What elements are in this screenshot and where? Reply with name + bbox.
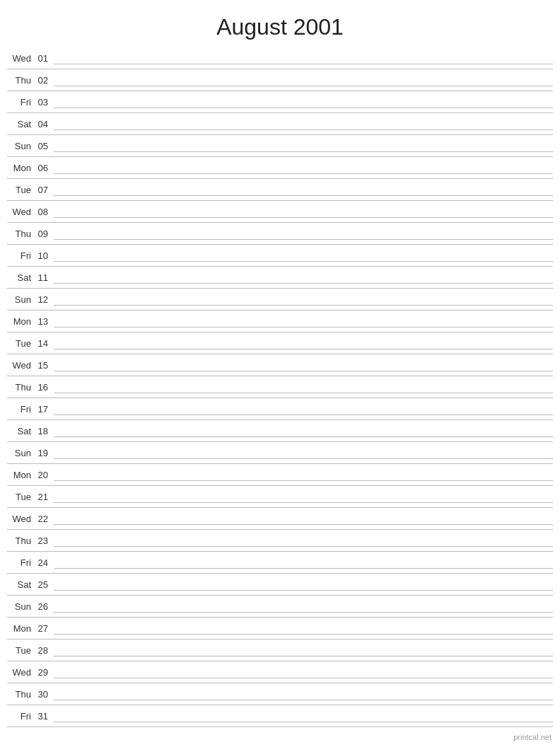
- day-line: [54, 239, 553, 240]
- day-row: Wed08: [7, 201, 553, 223]
- day-row: Thu09: [7, 223, 553, 245]
- day-name: Sat: [7, 272, 34, 283]
- day-line: [54, 327, 553, 328]
- day-name: Wed: [7, 360, 34, 371]
- day-line: [54, 305, 553, 306]
- day-name: Tue: [7, 185, 34, 195]
- day-line: [54, 393, 553, 393]
- day-name: Fri: [7, 404, 34, 415]
- day-line: [54, 415, 553, 415]
- day-row: Wed29: [7, 661, 553, 683]
- day-name: Thu: [7, 75, 34, 86]
- day-number: 05: [34, 141, 54, 151]
- day-row: Mon27: [7, 618, 553, 639]
- day-number: 16: [34, 382, 54, 393]
- day-line: [54, 195, 553, 196]
- day-line: [54, 173, 553, 174]
- day-line: [54, 656, 553, 656]
- day-row: Mon13: [7, 311, 553, 332]
- day-name: Thu: [7, 382, 34, 393]
- day-name: Wed: [7, 207, 34, 217]
- day-line: [54, 349, 553, 349]
- day-number: 25: [34, 579, 54, 590]
- day-line: [54, 64, 553, 64]
- day-line: [54, 568, 553, 569]
- day-name: Thu: [7, 689, 34, 700]
- day-row: Fri31: [7, 705, 553, 727]
- day-name: Tue: [7, 338, 34, 349]
- day-line: [54, 524, 553, 525]
- day-row: Sun05: [7, 135, 553, 157]
- day-name: Fri: [7, 250, 34, 261]
- day-number: 04: [34, 119, 54, 129]
- day-number: 22: [34, 514, 54, 524]
- day-line: [54, 502, 553, 503]
- day-name: Mon: [7, 470, 34, 480]
- day-row: Tue28: [7, 639, 553, 661]
- day-number: 12: [34, 294, 54, 305]
- day-name: Sun: [7, 141, 34, 151]
- day-row: Mon20: [7, 464, 553, 486]
- day-name: Mon: [7, 163, 34, 173]
- day-number: 06: [34, 163, 54, 173]
- day-number: 20: [34, 470, 54, 480]
- day-name: Sat: [7, 119, 34, 129]
- day-number: 28: [34, 645, 54, 656]
- day-line: [54, 590, 553, 591]
- day-number: 26: [34, 601, 54, 612]
- day-row: Tue07: [7, 179, 553, 201]
- day-row: Sat18: [7, 420, 553, 442]
- day-name: Tue: [7, 645, 34, 656]
- day-row: Wed22: [7, 508, 553, 530]
- day-number: 31: [34, 711, 54, 722]
- day-line: [54, 722, 553, 722]
- day-number: 15: [34, 360, 54, 371]
- day-number: 21: [34, 492, 54, 502]
- day-name: Thu: [7, 535, 34, 546]
- day-name: Mon: [7, 316, 34, 327]
- day-number: 03: [34, 97, 54, 108]
- day-row: Fri24: [7, 552, 553, 574]
- day-number: 07: [34, 185, 54, 195]
- day-number: 18: [34, 426, 54, 436]
- day-number: 27: [34, 623, 54, 634]
- day-number: 09: [34, 228, 54, 239]
- day-number: 23: [34, 535, 54, 546]
- day-row: Thu16: [7, 376, 553, 398]
- day-row: Fri03: [7, 91, 553, 113]
- day-name: Fri: [7, 557, 34, 568]
- page-title: August 2001: [0, 0, 560, 47]
- day-row: Fri17: [7, 398, 553, 420]
- day-row: Thu23: [7, 530, 553, 552]
- day-number: 02: [34, 75, 54, 86]
- day-number: 29: [34, 667, 54, 678]
- day-row: Sun19: [7, 442, 553, 464]
- day-number: 30: [34, 689, 54, 700]
- day-name: Sat: [7, 426, 34, 436]
- day-row: Fri10: [7, 245, 553, 267]
- day-name: Mon: [7, 623, 34, 634]
- day-row: Sat11: [7, 267, 553, 289]
- day-number: 08: [34, 207, 54, 217]
- day-row: Sun12: [7, 289, 553, 311]
- day-row: Wed15: [7, 354, 553, 376]
- day-row: Sun26: [7, 596, 553, 618]
- day-number: 14: [34, 338, 54, 349]
- day-name: Wed: [7, 514, 34, 524]
- day-name: Sun: [7, 601, 34, 612]
- day-number: 17: [34, 404, 54, 415]
- day-row: Sat04: [7, 113, 553, 135]
- day-line: [54, 151, 553, 152]
- day-line: [54, 678, 553, 678]
- day-name: Wed: [7, 53, 34, 64]
- day-name: Sun: [7, 294, 34, 305]
- day-row: Thu30: [7, 683, 553, 705]
- day-line: [54, 436, 553, 437]
- day-line: [54, 546, 553, 547]
- day-name: Sat: [7, 579, 34, 590]
- day-row: Thu02: [7, 69, 553, 91]
- day-line: [54, 634, 553, 635]
- day-name: Fri: [7, 711, 34, 722]
- day-row: Mon06: [7, 157, 553, 179]
- day-row: Sat25: [7, 574, 553, 596]
